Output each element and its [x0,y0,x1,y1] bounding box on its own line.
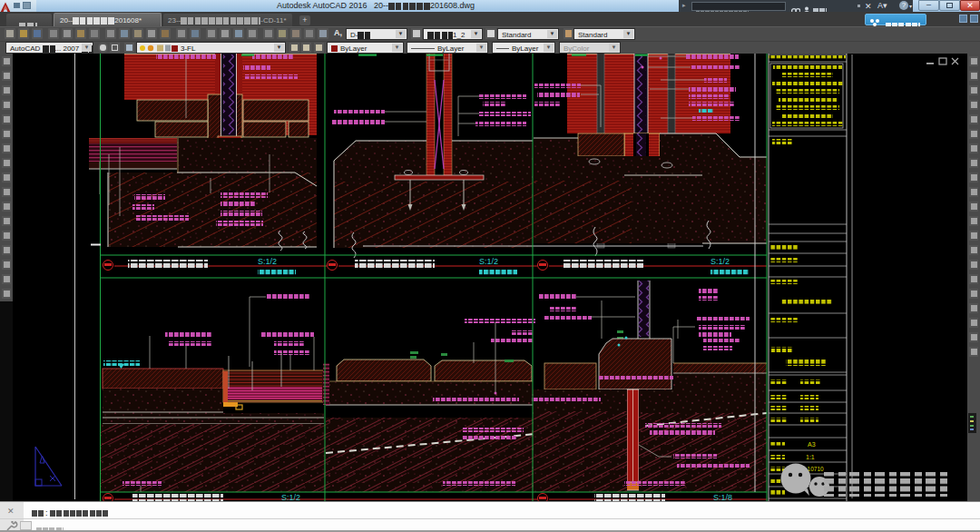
svg-text:1:1: 1:1 [806,454,815,460]
svg-text:S:1/2: S:1/2 [281,493,300,501]
svg-text:A3: A3 [808,441,816,448]
svg-text:S:1/2: S:1/2 [479,257,498,266]
svg-text:S:1/8: S:1/8 [713,493,732,501]
svg-text:S:1/2: S:1/2 [710,257,730,266]
svg-text:S:1/2: S:1/2 [258,257,277,266]
